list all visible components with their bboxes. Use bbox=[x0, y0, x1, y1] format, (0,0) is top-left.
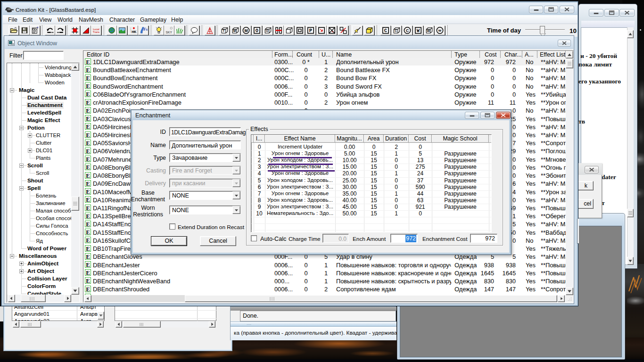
svg-text:O: O bbox=[256, 28, 258, 33]
svg-text:M: M bbox=[244, 28, 248, 33]
svg-text:w: w bbox=[438, 28, 442, 33]
svg-text:C: C bbox=[384, 28, 387, 33]
svg-text:T: T bbox=[223, 29, 225, 33]
svg-text:M: M bbox=[233, 29, 236, 33]
svg-text:Local: Local bbox=[93, 28, 99, 31]
svg-text:Trans: Trans bbox=[93, 31, 99, 33]
svg-text:C: C bbox=[395, 29, 397, 33]
svg-text:P: P bbox=[309, 28, 312, 33]
svg-text:W: W bbox=[417, 28, 420, 33]
svg-text:O: O bbox=[266, 29, 268, 33]
svg-text:HK: HK bbox=[132, 30, 137, 34]
svg-text:W: W bbox=[427, 29, 430, 33]
svg-text:C: C bbox=[406, 28, 409, 33]
svg-text:SKY: SKY bbox=[165, 31, 172, 34]
svg-text:Fx: Fx bbox=[143, 27, 148, 32]
